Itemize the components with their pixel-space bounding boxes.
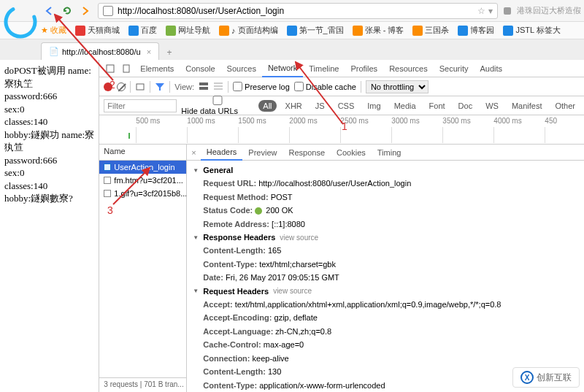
- annotation-1: 1: [342, 120, 347, 132]
- svg-rect-3: [123, 65, 129, 72]
- forward-button[interactable]: [77, 4, 92, 18]
- filter-font[interactable]: Font: [425, 100, 450, 112]
- filter-js[interactable]: JS: [311, 100, 329, 112]
- bookmark-item[interactable]: 百度: [128, 25, 157, 36]
- view-small-icon[interactable]: [213, 82, 223, 92]
- annotation-2: 2: [110, 79, 115, 91]
- close-icon[interactable]: ×: [147, 47, 151, 56]
- svg-rect-7: [214, 82, 223, 84]
- filter-xhr[interactable]: XHR: [281, 100, 307, 112]
- filter-input[interactable]: [104, 99, 177, 112]
- bookmark-item[interactable]: ♪页面结构编: [219, 25, 278, 36]
- browser-toolbar: http://localhost:8080/user/UserAction_lo…: [0, 0, 584, 22]
- network-filter-bar: Hide data URLs All XHR JS CSS Img Media …: [99, 96, 584, 115]
- svg-point-0: [3, 4, 38, 39]
- tab-resources[interactable]: Resources: [383, 60, 434, 77]
- file-icon: [104, 190, 111, 197]
- tab-profiles[interactable]: Profiles: [345, 60, 383, 77]
- tab-network[interactable]: Network: [262, 60, 303, 77]
- browser-tab[interactable]: 📄 http://localhost:8080/u ×: [41, 42, 159, 60]
- request-row[interactable]: 1.gif?u=3cf2015b8...: [99, 187, 186, 200]
- bookmark-item[interactable]: 天猫商城: [75, 25, 120, 36]
- svg-rect-2: [107, 65, 114, 72]
- bookmarks-bar: ★收藏 天猫商城 百度 网址导航 ♪页面结构编 第一节_雷国 张果 - 博客 三…: [0, 22, 584, 39]
- request-list-panel: Name UserAction_login fm.htm?u=3cf201...…: [99, 145, 187, 392]
- bookmark-item[interactable]: 第一节_雷国: [287, 25, 344, 36]
- svg-rect-6: [199, 87, 208, 90]
- bookmark-item[interactable]: JSTL 标签大: [503, 25, 560, 36]
- detail-tab-timing[interactable]: Timing: [372, 145, 407, 161]
- filter-icon[interactable]: [155, 82, 165, 92]
- watermark: X创新互联: [512, 367, 580, 388]
- doc-icon: [104, 164, 111, 171]
- annotation-3: 3: [107, 204, 113, 216]
- close-detail-icon[interactable]: ×: [187, 148, 200, 157]
- request-row[interactable]: UserAction_login: [99, 161, 186, 174]
- svg-rect-4: [137, 84, 144, 90]
- tab-timeline[interactable]: Timeline: [303, 60, 345, 77]
- tab-title: http://localhost:8080/u: [62, 47, 141, 56]
- extension-icon[interactable]: [502, 6, 512, 16]
- bookmark-item[interactable]: 三国杀: [412, 25, 449, 36]
- dropdown-icon[interactable]: ▾: [488, 6, 493, 16]
- preserve-log-checkbox[interactable]: Preserve log: [233, 82, 290, 91]
- filter-css[interactable]: CSS: [334, 100, 359, 112]
- filter-all[interactable]: All: [258, 100, 276, 112]
- svg-rect-5: [199, 82, 208, 85]
- back-button[interactable]: [42, 4, 57, 18]
- search-hint: 港珠回迈大桥造假: [517, 5, 581, 16]
- filter-ws[interactable]: WS: [481, 100, 503, 112]
- throttling-select[interactable]: No throttling: [366, 80, 429, 93]
- request-row[interactable]: fm.htm?u=3cf201...: [99, 174, 186, 187]
- svg-rect-9: [214, 88, 223, 90]
- inspect-icon[interactable]: [104, 63, 116, 74]
- device-icon[interactable]: [120, 63, 132, 74]
- tab-icon: 📄: [49, 47, 59, 56]
- file-icon: [104, 177, 111, 184]
- tab-console[interactable]: Console: [180, 60, 220, 77]
- url-text: http://localhost:8080/user/UserAction_lo…: [118, 6, 284, 16]
- hide-data-urls-checkbox[interactable]: Hide data URLs: [181, 96, 254, 115]
- view-large-icon[interactable]: [199, 82, 209, 92]
- page-content: doPOST被调用 name:寮犱笁 password:666 sex:0 cl…: [0, 60, 99, 392]
- devtools-tabs: Elements Console Sources Network Timelin…: [99, 60, 584, 77]
- tab-audits[interactable]: Audits: [474, 60, 508, 77]
- detail-tab-headers[interactable]: Headers: [201, 145, 243, 161]
- favorites-button[interactable]: ★收藏: [41, 25, 66, 36]
- clear-button[interactable]: [117, 82, 126, 91]
- new-tab-button[interactable]: +: [162, 45, 177, 60]
- request-detail-panel: × Headers Preview Response Cookies Timin…: [187, 145, 584, 392]
- tab-sources[interactable]: Sources: [221, 60, 262, 77]
- filter-manifest[interactable]: Manifest: [507, 100, 547, 112]
- tab-elements[interactable]: Elements: [134, 60, 180, 77]
- tab-strip: 📄 http://localhost:8080/u × +: [0, 39, 584, 60]
- filter-doc[interactable]: Doc: [454, 100, 477, 112]
- site-icon: [103, 6, 113, 16]
- detail-tab-cookies[interactable]: Cookies: [331, 145, 372, 161]
- bookmark-star-icon[interactable]: ☆: [477, 6, 485, 16]
- bookmark-item[interactable]: 博客园: [458, 25, 494, 36]
- svg-rect-8: [214, 85, 223, 87]
- tab-security[interactable]: Security: [434, 60, 474, 77]
- bookmark-item[interactable]: 网址导航: [166, 25, 210, 36]
- filter-media[interactable]: Media: [390, 100, 420, 112]
- detail-tab-preview[interactable]: Preview: [242, 145, 283, 161]
- svg-rect-1: [504, 7, 511, 15]
- filter-other[interactable]: Other: [550, 100, 580, 112]
- bookmark-item[interactable]: 张果 - 博客: [353, 25, 404, 36]
- view-label: View:: [174, 82, 194, 91]
- network-toolbar: View: Preserve log Disable cache No thro…: [99, 77, 584, 96]
- devtools-panel: Elements Console Sources Network Timelin…: [99, 60, 584, 392]
- capture-icon[interactable]: [135, 82, 145, 92]
- detail-tab-response[interactable]: Response: [283, 145, 331, 161]
- request-summary: 3 requests | 701 B tran...: [99, 377, 186, 392]
- name-column-header[interactable]: Name: [99, 145, 186, 161]
- reload-button[interactable]: [60, 4, 74, 18]
- browser-logo: [3, 4, 38, 39]
- filter-img[interactable]: Img: [363, 100, 385, 112]
- disable-cache-checkbox[interactable]: Disable cache: [294, 82, 356, 91]
- url-bar[interactable]: http://localhost:8080/user/UserAction_lo…: [98, 3, 498, 19]
